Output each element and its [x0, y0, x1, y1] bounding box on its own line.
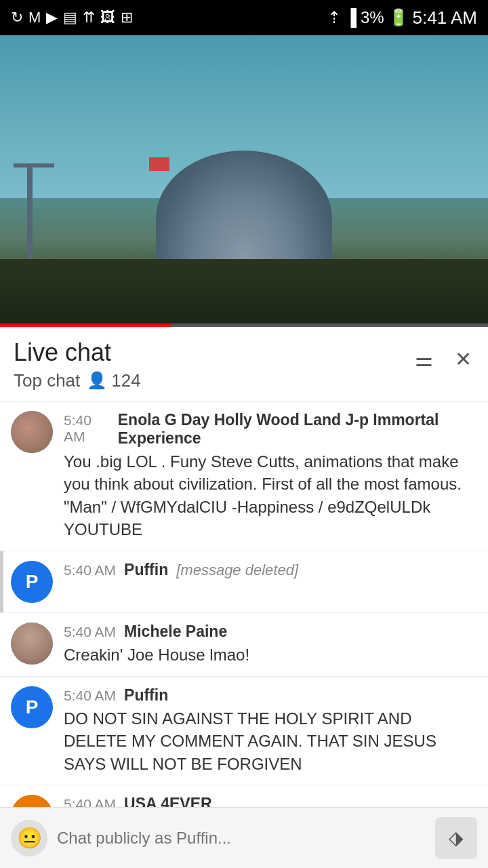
- chat-input[interactable]: [57, 819, 426, 857]
- avatar-image: [11, 411, 53, 453]
- video-player[interactable]: [0, 35, 488, 327]
- chat-messages: 5:40 AM Enola G Day Holly Wood Land J-p …: [0, 401, 488, 868]
- video-progress-bar[interactable]: [0, 323, 488, 327]
- message-author: Puffin: [124, 561, 168, 579]
- status-time: 5:41 AM: [413, 7, 477, 28]
- video-ground: [0, 259, 488, 327]
- avatar: [11, 411, 53, 453]
- people-icon: 👤: [87, 371, 107, 390]
- battery-icon: 🔋: [388, 8, 409, 27]
- table-row: P 5:40 AM Puffin [message deleted]: [0, 551, 488, 613]
- status-bar: ↻ M ▶ ▤ ⇈ 🖼 ⊞ ⇡ ▐ 3% 🔋 5:41 AM: [0, 0, 488, 35]
- battery-text: 3%: [361, 8, 384, 27]
- viewer-count-number: 124: [111, 370, 140, 391]
- emoji-button[interactable]: 😐: [11, 820, 47, 856]
- table-row: P 5:40 AM Puffin DO NOT SIN AGAINST THE …: [0, 677, 488, 786]
- message-author: Puffin: [124, 686, 168, 705]
- youtube-icon: ▶: [46, 9, 58, 26]
- message-time: 5:40 AM: [64, 562, 116, 578]
- table-row: 5:40 AM Michele Paine Creakin' Joe House…: [0, 613, 488, 677]
- message-time: 5:40 AM: [64, 624, 116, 640]
- message-meta: 5:40 AM Enola G Day Holly Wood Land J-p …: [64, 411, 477, 448]
- crane-arm: [14, 163, 54, 167]
- message-text: DO NOT SIN AGAINST THE HOLY SPIRIT AND D…: [64, 707, 477, 776]
- send-icon: ⬗: [449, 827, 464, 849]
- table-row: 5:40 AM Enola G Day Holly Wood Land J-p …: [0, 401, 488, 551]
- flag: [149, 157, 169, 171]
- avatar: P: [11, 561, 53, 603]
- chat-title: Live chat: [14, 339, 141, 366]
- share-icon: ⇈: [83, 9, 95, 26]
- message-time: 5:40 AM: [64, 688, 116, 704]
- mastodon-icon: M: [28, 9, 41, 26]
- send-button[interactable]: ⬗: [435, 817, 477, 859]
- message-content: 5:40 AM Enola G Day Holly Wood Land J-p …: [64, 411, 477, 541]
- message-content: 5:40 AM Puffin [message deleted]: [64, 561, 477, 582]
- close-icon: ✕: [455, 348, 472, 370]
- image-icon: 🖼: [100, 9, 115, 26]
- folder-icon: ▤: [63, 9, 77, 26]
- wifi-icon: ⇡: [327, 8, 341, 27]
- chat-title-section: Live chat Top chat 👤 124: [14, 339, 141, 401]
- message-meta: 5:40 AM Puffin: [64, 686, 477, 705]
- tune-icon: ⚌: [415, 348, 433, 370]
- emoji-icon: 😐: [17, 826, 42, 850]
- chat-subtitle-text[interactable]: Top chat: [14, 370, 80, 391]
- tune-button[interactable]: ⚌: [412, 344, 436, 374]
- refresh-icon: ↻: [11, 9, 23, 26]
- chat-header: Live chat Top chat 👤 124 ⚌ ✕: [0, 327, 488, 401]
- chat-input-bar: 😐 ⬗: [0, 807, 488, 868]
- message-text: Creakin' Joe House lmao!: [64, 644, 477, 667]
- avatar: P: [11, 686, 53, 728]
- viewer-count: 👤 124: [87, 370, 140, 391]
- message-content: 5:40 AM Puffin DO NOT SIN AGAINST THE HO…: [64, 686, 477, 776]
- status-left: ↻ M ▶ ▤ ⇈ 🖼 ⊞: [11, 9, 133, 26]
- message-time: 5:40 AM: [64, 412, 110, 445]
- chat-header-actions: ⚌ ✕: [412, 339, 474, 374]
- message-content: 5:40 AM Michele Paine Creakin' Joe House…: [64, 623, 477, 667]
- avatar: [11, 623, 53, 665]
- chat-subtitle: Top chat 👤 124: [14, 370, 141, 391]
- message-text: You .big LOL . Funy Steve Cutts, animati…: [64, 450, 477, 541]
- status-right: ⇡ ▐ 3% 🔋 5:41 AM: [327, 7, 477, 28]
- message-meta: 5:40 AM Michele Paine: [64, 623, 477, 641]
- grid-icon: ⊞: [121, 9, 133, 26]
- chat-header-top: Live chat Top chat 👤 124 ⚌ ✕: [14, 339, 474, 401]
- message-author: Enola G Day Holly Wood Land J-p Immortal…: [118, 411, 477, 448]
- avatar-image: [11, 623, 53, 665]
- message-author: Michele Paine: [124, 623, 227, 641]
- video-progress-played: [0, 323, 171, 327]
- message-meta: 5:40 AM Puffin [message deleted]: [64, 561, 477, 579]
- close-button[interactable]: ✕: [452, 344, 474, 374]
- crane-structure: [27, 164, 33, 273]
- signal-icon: ▐: [345, 8, 357, 27]
- message-deleted: [message deleted]: [176, 561, 298, 579]
